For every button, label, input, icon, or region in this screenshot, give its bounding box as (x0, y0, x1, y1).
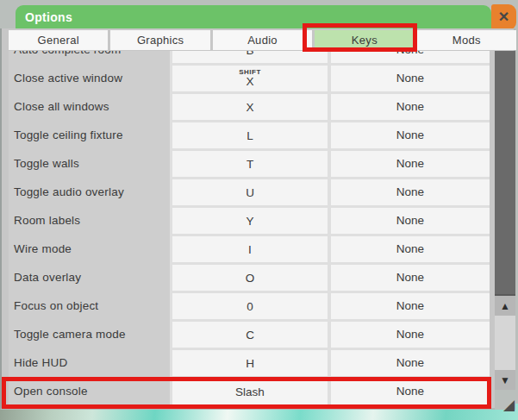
keybind-row: Room labelsYNone (9, 208, 490, 234)
action-label: Toggle walls (9, 151, 170, 177)
scroll-up-button[interactable]: ▲ (495, 296, 515, 316)
keybind-row: Wire modeINone (9, 236, 490, 262)
secondary-key-cell[interactable]: None (331, 350, 490, 376)
secondary-key-cell[interactable]: None (331, 66, 490, 91)
secondary-key-cell[interactable]: None (331, 379, 490, 404)
key-label: 0 (247, 300, 253, 313)
keybind-row: Data overlayONone (9, 265, 490, 291)
scrollbar-track[interactable] (495, 316, 515, 370)
action-label: Hide HUD (9, 350, 170, 376)
keybind-row: Open consoleSlashNone (9, 379, 490, 404)
primary-key-cell[interactable]: U (172, 179, 328, 205)
action-label: Close active window (9, 66, 170, 91)
primary-key-cell[interactable]: Slash (172, 379, 328, 404)
tab-keys[interactable]: Keys (315, 30, 414, 50)
secondary-key-cell[interactable]: None (331, 179, 490, 205)
tab-mods[interactable]: Mods (417, 30, 516, 50)
secondary-key-cell[interactable]: None (331, 293, 490, 319)
tab-general[interactable]: General (9, 30, 108, 50)
close-icon: ✕ (498, 10, 509, 24)
primary-key-cell[interactable]: H (172, 350, 328, 376)
window-body: GeneralGraphicsAudioKeysMods Auto comple… (0, 28, 515, 410)
secondary-key-cell[interactable]: None (331, 51, 490, 63)
primary-key-cell[interactable]: SHIFTX (172, 66, 328, 91)
keybind-row: Toggle audio overlayUNone (9, 179, 490, 205)
scroll-down-button[interactable]: ▼ (495, 370, 515, 390)
keybind-row: Focus on object0None (9, 293, 490, 319)
resize-corner-icon: ◢ (503, 398, 515, 412)
primary-key-cell[interactable]: L (172, 122, 328, 148)
keybind-row: Hide HUDHNone (9, 350, 490, 376)
primary-key-cell[interactable]: X (172, 94, 328, 120)
keybind-row: Close all windowsXNone (9, 94, 490, 120)
resize-grip[interactable]: ◢ (495, 390, 515, 410)
key-label: U (246, 186, 254, 199)
window-titlebar[interactable]: Options (16, 5, 491, 28)
tab-audio[interactable]: Audio (213, 30, 312, 50)
primary-key-cell[interactable]: O (172, 265, 328, 291)
key-label: Y (246, 215, 253, 228)
action-label: Data overlay (9, 265, 170, 291)
down-arrow-icon: ▼ (500, 375, 510, 386)
key-label: Slash (235, 386, 265, 398)
action-label: Toggle camera mode (9, 322, 170, 348)
key-label: T (247, 158, 253, 171)
secondary-key-cell[interactable]: None (331, 236, 490, 262)
keybind-rows: Auto complete roomBNoneClose active wind… (9, 51, 490, 404)
secondary-key-cell[interactable]: None (331, 208, 490, 234)
keybind-row: Toggle wallsTNone (9, 151, 490, 177)
up-arrow-icon: ▲ (500, 301, 510, 311)
keybind-viewport: Auto complete roomBNoneClose active wind… (9, 51, 490, 408)
key-label: L (247, 129, 253, 142)
primary-key-cell[interactable]: 0 (172, 293, 328, 319)
action-label: Room labels (9, 208, 170, 234)
key-label: X (246, 101, 253, 114)
action-label: Close all windows (9, 94, 170, 120)
keybind-row: Toggle camera modeCNone (9, 322, 490, 348)
key-label: X (246, 75, 253, 88)
secondary-key-cell[interactable]: None (331, 265, 490, 291)
key-label: I (248, 243, 252, 256)
keybind-row: Auto complete roomBNone (9, 51, 490, 63)
tab-graphics[interactable]: Graphics (110, 30, 209, 50)
action-label: Open console (9, 379, 170, 404)
key-label: B (246, 51, 253, 57)
action-label: Toggle audio overlay (9, 179, 170, 205)
primary-key-cell[interactable]: C (172, 322, 328, 348)
action-label: Wire mode (9, 236, 170, 262)
secondary-key-cell[interactable]: None (331, 122, 490, 148)
secondary-key-cell[interactable]: None (331, 94, 490, 120)
scrollbar: ▲ ▼ ◢ (495, 51, 515, 410)
close-button[interactable]: ✕ (491, 4, 516, 30)
action-label: Auto complete room (9, 51, 170, 63)
keybind-row: Toggle ceiling fixtureLNone (9, 122, 490, 148)
secondary-key-cell[interactable]: None (331, 322, 490, 348)
action-label: Toggle ceiling fixture (9, 122, 170, 148)
window-title: Options (16, 10, 72, 24)
primary-key-cell[interactable]: T (172, 151, 328, 177)
key-label: C (246, 329, 254, 342)
screen: Options ✕ GeneralGraphicsAudioKeysMods A… (0, 0, 518, 420)
tab-bar: GeneralGraphicsAudioKeysMods (9, 30, 516, 50)
action-label: Focus on object (9, 293, 170, 319)
primary-key-cell[interactable]: I (172, 236, 328, 262)
primary-key-cell[interactable]: Y (172, 208, 328, 234)
key-label: H (246, 357, 254, 370)
primary-key-cell[interactable]: B (172, 51, 328, 63)
keybind-row: Close active windowSHIFTXNone (9, 66, 490, 91)
key-label: O (246, 272, 255, 285)
scrollbar-thumb[interactable] (495, 51, 515, 296)
secondary-key-cell[interactable]: None (331, 151, 490, 177)
